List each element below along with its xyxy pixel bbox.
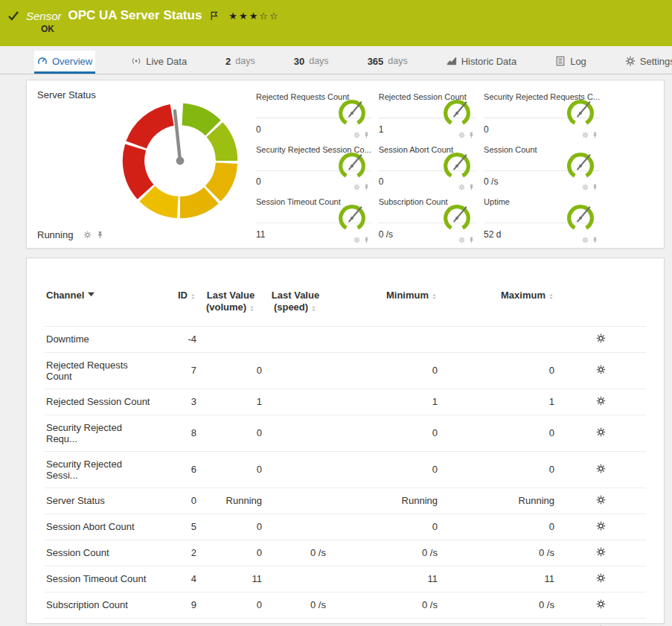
maximum-cell: 11 [439,566,556,592]
pin-icon[interactable] [592,184,598,191]
last-value-volume-cell: 0 [198,514,263,540]
channel-name-cell[interactable]: Rejected Session Count [45,389,156,415]
channel-name-cell[interactable]: Session Abort Count [45,514,156,540]
priority-stars[interactable]: ★★★☆☆ [228,10,279,22]
gear-icon[interactable] [353,184,360,191]
broadcast-icon [131,56,141,66]
channel-name-cell[interactable]: Downtime [45,326,156,352]
pin-icon[interactable] [468,184,475,191]
channel-name-cell[interactable]: Rejected Requests Count [45,352,156,389]
channel-name-cell[interactable]: Security Rejected Requ... [45,415,156,451]
last-value-volume-cell: 0 [198,352,263,389]
mini-gauge [564,97,597,130]
channel-name-cell[interactable]: Uptime [45,618,156,626]
channel-name-cell[interactable]: Server Status [45,488,156,514]
tab-historic-data[interactable]: Historic Data [444,51,519,74]
last-value-volume-cell: Running [198,488,263,514]
table-row: Session Timeout Count 4 11 11 11 [45,566,646,592]
channel-name-cell[interactable]: Subscription Count [45,592,156,618]
pin-icon[interactable] [468,132,475,138]
col-header-last-value-volume[interactable]: Last Value (volume) [198,287,263,326]
tab-365-days[interactable]: 365 days [365,51,411,74]
minimum-cell: 0 [327,451,439,488]
pin-icon[interactable] [468,237,475,243]
pin-icon[interactable] [363,184,370,191]
channel-name-cell[interactable]: Session Timeout Count [45,566,156,592]
mini-gauge [336,97,368,130]
tab-live-data[interactable]: Live Data [128,51,190,74]
gear-icon[interactable] [353,132,360,138]
col-header-settings [556,287,646,326]
flag-icon[interactable] [210,11,219,21]
mini-gauge-cell: Session Count 0 /s [484,141,600,194]
minimum-cell: Running [327,488,439,514]
object-kind-label: Sensor [26,10,62,22]
tab-settings[interactable]: Settings [622,51,672,74]
caret-down-icon [88,291,95,298]
gear-icon[interactable] [596,599,606,609]
gear-icon[interactable] [582,184,589,191]
tab-2-days[interactable]: 2 days [223,51,258,74]
tab-label: Overview [52,56,92,67]
gauge-value: 11 [256,229,265,240]
gear-icon[interactable] [596,495,606,505]
maximum-cell: 0 [439,451,556,488]
gauge-needle [454,102,466,116]
id-cell: 1 [156,618,198,626]
gear-icon[interactable] [596,464,606,473]
last-value-volume-cell: 1 [198,389,263,415]
mini-gauge-grid: Rejected Requests Count 0 Rejected Sessi… [256,88,600,246]
gear-icon[interactable] [83,231,92,239]
col-header-last-value-speed[interactable]: Last Value (speed) [263,287,327,326]
gear-icon[interactable] [596,396,606,406]
gear-icon[interactable] [596,547,606,557]
tab-30-days[interactable]: 30 days [291,51,332,74]
col-header-minimum[interactable]: Minimum [327,287,439,326]
channel-name-cell[interactable]: Security Rejected Sessi... [45,451,156,488]
tab-unit: days [388,56,407,66]
gear-icon[interactable] [582,237,589,243]
mini-gauge [441,150,473,182]
col-header-id[interactable]: ID [156,287,198,326]
pin-icon[interactable] [592,132,598,138]
sort-icon [431,293,438,300]
last-value-speed-cell [263,415,327,451]
col-header-channel[interactable]: Channel [45,287,156,326]
pin-icon[interactable] [96,231,104,239]
gear-icon[interactable] [353,237,360,243]
col-header-maximum[interactable]: Maximum [439,287,556,326]
gear-icon[interactable] [596,427,606,437]
mini-gauge [336,202,368,234]
gauge-value: 52 d [484,229,501,240]
id-cell: 2 [156,540,198,566]
tab-number: 2 [225,56,231,67]
overview-icon [37,56,48,66]
gear-icon[interactable] [582,132,589,138]
page-title: OPC UA Server Status [68,8,202,23]
gear-icon[interactable] [596,365,606,374]
channel-name-cell[interactable]: Session Count [45,540,156,566]
tab-overview[interactable]: Overview [34,51,95,74]
gear-icon[interactable] [458,184,465,191]
last-value-speed-cell: 0 /s [263,540,327,566]
gear-icon[interactable] [458,237,465,243]
mini-gauge-cell: Subscription Count 0 /s [379,193,476,246]
mini-gauge [564,150,597,182]
pin-icon[interactable] [363,132,370,138]
minimum-cell: 0 /s [327,592,439,618]
table-row: Server Status 0 Running Running Running [45,488,646,514]
pin-icon[interactable] [592,237,598,243]
gear-icon[interactable] [596,521,606,531]
gear-icon[interactable] [596,573,606,583]
col-label: Last Value (volume) [206,290,255,313]
gear-icon[interactable] [596,333,606,343]
tab-log[interactable]: Log [552,51,589,74]
channel-settings-cell [556,389,646,415]
pin-icon[interactable] [363,237,370,243]
mini-gauge [336,150,368,182]
channel-settings-cell [556,566,646,592]
server-status-title: Server Status [37,89,96,100]
table-row: Rejected Session Count 3 1 1 1 [45,389,646,415]
gear-icon[interactable] [458,132,465,138]
tab-label: Live Data [146,56,187,67]
